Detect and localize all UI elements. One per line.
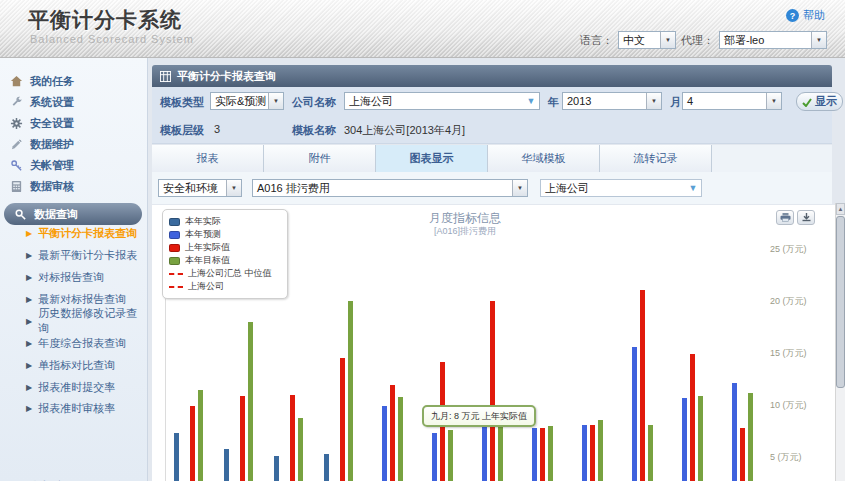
category-select[interactable]: 安全和环境 ▼ xyxy=(158,179,242,197)
bar xyxy=(240,396,245,481)
sidebar-item-data-query[interactable]: 数据查询 xyxy=(4,203,142,225)
scrollbar-thumb[interactable] xyxy=(836,216,845,388)
bar xyxy=(598,420,603,481)
export-button[interactable] xyxy=(797,210,815,225)
year-label: 年 xyxy=(548,95,559,110)
sidebar-item-system-settings[interactable]: 系统设置 xyxy=(10,92,74,112)
download-icon xyxy=(802,213,811,222)
indicator-select[interactable]: A016 排污费用 ▼ xyxy=(252,179,528,197)
bar xyxy=(390,385,395,481)
arrow-right-icon: ▶ xyxy=(26,339,32,348)
bar xyxy=(540,428,545,481)
chevron-down-icon[interactable]: ▼ xyxy=(523,93,539,109)
legend-swatch xyxy=(169,257,180,265)
sidebar-item-my-tasks[interactable]: 我的任务 xyxy=(10,71,74,91)
sidebar-subitem-history-modification-query[interactable]: ▶ 历史数据修改记录查询 xyxy=(26,312,147,330)
legend-item: 上年实际值 xyxy=(169,241,281,254)
app-title: 平衡计分卡系统 xyxy=(28,6,182,34)
chevron-down-icon[interactable]: ▼ xyxy=(512,180,527,196)
bar xyxy=(398,397,403,481)
bar xyxy=(532,428,537,481)
y-axis-tick-label: 15 (万元) xyxy=(770,347,832,360)
y-axis-tick-label: 25 (万元) xyxy=(770,243,832,256)
sidebar-subitem-bsc-report-query[interactable]: ▶ 平衡计分卡报表查询 xyxy=(26,224,137,242)
month-select[interactable]: 4 ▼ xyxy=(682,92,782,110)
sidebar-subitem-latest-bsc-report[interactable]: ▶ 最新平衡计分卡报表 xyxy=(26,246,137,264)
sidebar-subitem-on-time-audit-rate[interactable]: ▶ 报表准时审核率 xyxy=(26,399,115,417)
sidebar-subitem-on-time-submit-rate[interactable]: ▶ 报表准时提交率 xyxy=(26,378,115,396)
arrow-right-icon: ▶ xyxy=(26,404,32,413)
bar xyxy=(748,393,753,481)
bar xyxy=(690,354,695,481)
bar xyxy=(382,406,387,481)
sidebar-subitem-annual-report-query[interactable]: ▶ 年度综合报表查询 xyxy=(26,334,126,352)
tab-region-template[interactable]: 华域模板 xyxy=(488,145,600,172)
bar xyxy=(698,396,703,481)
sidebar-item-security-settings[interactable]: 安全设置 xyxy=(10,113,74,133)
language-label: 语言： xyxy=(580,33,613,48)
y-axis-tick-label: 20 (万元) xyxy=(770,295,832,308)
bar xyxy=(498,423,503,481)
vertical-scrollbar[interactable]: ▲ xyxy=(835,203,845,481)
agent-select[interactable]: 部署-leo ▼ xyxy=(719,31,827,49)
scroll-up-icon[interactable]: ▲ xyxy=(836,203,845,215)
chevron-down-icon[interactable]: ▼ xyxy=(268,93,283,109)
tab-report[interactable]: 报表 xyxy=(152,145,264,172)
legend-swatch xyxy=(169,231,180,239)
bar xyxy=(548,426,553,481)
chevron-down-icon[interactable]: ▼ xyxy=(660,32,675,48)
bar xyxy=(324,454,329,481)
bar xyxy=(490,301,495,481)
bar xyxy=(432,433,437,481)
chevron-down-icon[interactable]: ▼ xyxy=(646,93,661,109)
sidebar-item-closing-management[interactable]: 关帐管理 xyxy=(10,155,74,175)
legend-swatch xyxy=(169,286,183,288)
chevron-down-icon[interactable]: ▼ xyxy=(685,180,701,196)
refresh-green-icon xyxy=(802,97,812,107)
chart-toolbar xyxy=(776,210,815,225)
sidebar-item-data-maintenance[interactable]: 数据维护 xyxy=(10,134,74,154)
arrow-right-icon: ▶ xyxy=(26,229,32,238)
bar xyxy=(190,406,195,481)
panel-title: 平衡计分卡报表查询 xyxy=(177,69,276,84)
template-name-label: 模板名称 xyxy=(292,123,336,138)
arrow-right-icon: ▶ xyxy=(26,361,32,370)
arrow-right-icon: ▶ xyxy=(26,273,32,282)
bar xyxy=(632,347,637,481)
tab-attachment[interactable]: 附件 xyxy=(264,145,376,172)
chevron-down-icon[interactable]: ▼ xyxy=(811,32,826,48)
arrow-right-icon: ▶ xyxy=(26,317,32,326)
bar xyxy=(248,322,253,481)
template-name-value: 304上海公司[2013年4月] xyxy=(344,123,465,138)
print-button[interactable] xyxy=(776,210,794,225)
bar xyxy=(290,395,295,481)
template-type-select[interactable]: 实际&预测 ▼ xyxy=(210,92,284,110)
show-button[interactable]: 显示 xyxy=(796,92,843,111)
tab-chart-display[interactable]: 图表显示 xyxy=(376,145,488,172)
sidebar-item-data-audit[interactable]: 数据审核 xyxy=(10,176,74,196)
help-link[interactable]: ? 帮助 xyxy=(786,8,825,23)
arrow-right-icon: ▶ xyxy=(26,251,32,260)
year-select[interactable]: 2013 ▼ xyxy=(562,92,662,110)
sidebar: 我的任务 系统设置 安全设置 数据维护 关帐管理 数据审核 数据查询 ▶ 平衡 xyxy=(0,58,148,481)
chevron-down-icon[interactable]: ▼ xyxy=(226,180,241,196)
monthly-indicator-chart: 月度指标信息 [A016]排污费用 本年实际 本年预测 上年实际值 本年目标值 … xyxy=(152,205,835,481)
chevron-down-icon[interactable]: ▼ xyxy=(766,93,781,109)
month-label: 月 xyxy=(670,95,681,110)
balanced-scorecard-app: 平衡计分卡系统 Balanced Scorecard System ? 帮助 语… xyxy=(0,0,845,481)
template-level-label: 模板层级 xyxy=(160,123,204,138)
sidebar-subitem-single-indicator-compare[interactable]: ▶ 单指标对比查询 xyxy=(26,356,115,374)
bar xyxy=(340,358,345,481)
tab-flow-record[interactable]: 流转记录 xyxy=(600,145,712,172)
sidebar-subitem-benchmark-report[interactable]: ▶ 对标报告查询 xyxy=(26,268,104,286)
legend-swatch xyxy=(169,244,180,252)
app-subtitle: Balanced Scorecard System xyxy=(30,33,194,45)
company-name-combo[interactable]: 上海公司 ▼ xyxy=(344,92,540,110)
chart-tooltip: 九月: 8 万元 上年实际值 xyxy=(422,405,536,427)
bar xyxy=(174,433,179,481)
legend-item: 上海公司 xyxy=(169,280,281,293)
chart-company-select[interactable]: 上海公司 ▼ xyxy=(540,179,702,197)
legend-swatch xyxy=(169,273,183,275)
language-select[interactable]: 中文 ▼ xyxy=(618,31,676,49)
legend-swatch xyxy=(169,218,180,226)
